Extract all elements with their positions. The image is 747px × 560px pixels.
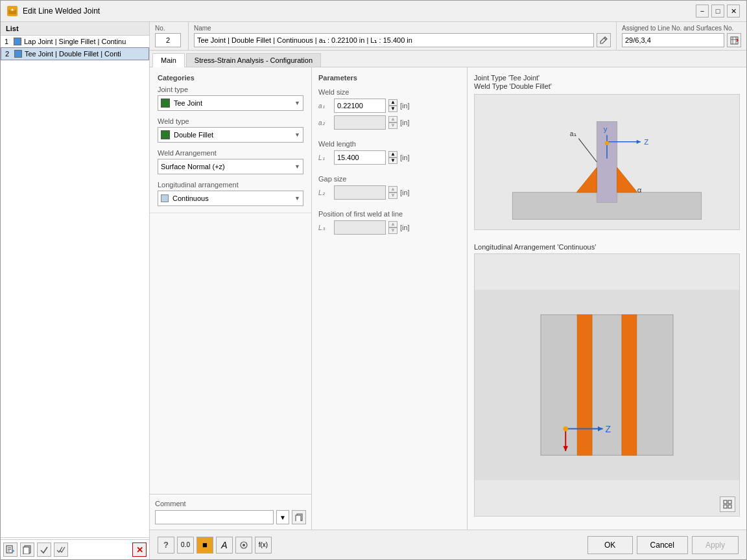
config-bottom [150, 213, 311, 494]
title-controls: − □ ✕ [696, 5, 740, 18]
tab-content: Categories Joint type Tee Joint ▼ Weld t… [150, 67, 746, 530]
l2-row: L₂ ▲ ▼ [in] [318, 185, 460, 200]
main-window: Edit Line Welded Joint − □ ✕ List 1 Lap … [0, 0, 747, 560]
a1-input[interactable] [334, 99, 386, 113]
tab-stress[interactable]: Stress-Strain Analysis - Configuration [186, 53, 321, 67]
a1-row: a₁ ▲ ▼ [in] [318, 99, 460, 113]
a1-down-button[interactable]: ▼ [388, 106, 397, 112]
joint-type-select[interactable]: Tee Joint ▼ [158, 95, 303, 111]
color-icon: ■ [202, 540, 208, 550]
top-fields: No. Name Assigned to Line No. and Surfac… [150, 22, 746, 51]
l3-row: L₃ ▲ ▼ [in] [318, 220, 460, 235]
joint-type-text: Joint Type 'Tee Joint' [474, 74, 740, 82]
name-label: Name [194, 25, 611, 32]
main-panel: No. Name Assigned to Line No. and Surfac… [150, 22, 746, 559]
l1-row: L₁ ▲ ▼ [in] [318, 150, 460, 165]
list-panel: List 1 Lap Joint | Single Fillet | Conti… [1, 22, 150, 559]
copy-item-button[interactable] [20, 542, 34, 557]
gap-size-group: Gap size L₂ ▲ ▼ [in] [318, 175, 460, 202]
a2-down-button: ▼ [388, 122, 397, 129]
l2-spinners: ▲ ▼ [388, 186, 397, 199]
no-input[interactable] [155, 33, 181, 47]
joint-type-color [161, 99, 170, 108]
formula-button[interactable]: f(x) [255, 537, 272, 554]
joint-diagram: Z y a₁ α [474, 94, 740, 230]
weld-length-group: Weld length L₁ ▲ ▼ [in] [318, 140, 460, 167]
edit-name-button[interactable] [597, 33, 611, 47]
name-input[interactable] [194, 33, 594, 47]
list-item[interactable]: 1 Lap Joint | Single Fillet | Continu [1, 36, 149, 47]
maximize-button[interactable]: □ [711, 5, 724, 18]
color-button[interactable]: ■ [196, 537, 213, 554]
comment-copy-button[interactable] [292, 510, 306, 524]
l1-down-button[interactable]: ▼ [388, 158, 397, 164]
cancel-button[interactable]: Cancel [637, 536, 688, 554]
position-label: Position of first weld at line [318, 210, 460, 218]
l2-label: L₂ [318, 189, 331, 196]
weld-type-select[interactable]: Double Fillet ▼ [158, 127, 303, 143]
longitudinal-select[interactable]: Continuous ▼ [158, 191, 303, 206]
categories-title: Categories [158, 74, 303, 82]
comment-area: Comment ▼ [150, 494, 311, 530]
apply-button[interactable]: Apply [692, 536, 739, 554]
delete-button[interactable]: ✕ [132, 542, 147, 557]
svg-point-2 [12, 9, 14, 11]
longitudinal-label: Longitudinal arrangement [158, 181, 303, 189]
a2-spinners: ▲ ▼ [388, 116, 397, 129]
svg-rect-32 [728, 500, 731, 504]
a2-input [334, 115, 386, 130]
delete-icon: ✕ [136, 545, 143, 555]
svg-rect-34 [728, 505, 731, 508]
diagram-options-button[interactable] [720, 496, 735, 512]
help-icon: ? [163, 540, 169, 550]
a2-up-button: ▲ [388, 116, 397, 122]
ok-button[interactable]: OK [587, 536, 633, 554]
view-button[interactable] [235, 537, 252, 554]
l1-unit: [in] [400, 154, 410, 161]
longitudinal-chevron: ▼ [294, 195, 300, 202]
l1-input[interactable] [334, 150, 386, 165]
l1-label: L₁ [318, 154, 331, 161]
bottom-actions: OK Cancel Apply [587, 536, 739, 554]
comment-dropdown-button[interactable]: ▼ [276, 510, 289, 524]
comment-input[interactable] [155, 510, 274, 524]
no-field: No. [150, 22, 189, 50]
weld-arr-value: Surface Normal (+z) [161, 163, 225, 170]
a1-up-button[interactable]: ▲ [388, 99, 397, 106]
svg-line-28 [578, 139, 597, 162]
font-icon: A [221, 540, 227, 550]
svg-marker-20 [576, 167, 597, 192]
close-button[interactable]: ✕ [727, 5, 740, 18]
weld-size-label: Weld size [318, 88, 460, 96]
font-button[interactable]: A [216, 537, 233, 554]
weld-arr-inner: Surface Normal (+z) [161, 163, 225, 170]
svg-marker-21 [617, 167, 637, 192]
assigned-input[interactable] [622, 33, 724, 47]
longitudinal-inner: Continuous [161, 194, 209, 202]
list-item-text-selected: Tee Joint | Double Fillet | Conti [25, 50, 121, 58]
content-area: List 1 Lap Joint | Single Fillet | Conti… [1, 22, 746, 559]
view-icon [239, 541, 248, 550]
svg-marker-24 [637, 140, 641, 144]
check-all-button[interactable] [54, 542, 68, 557]
tab-main[interactable]: Main [152, 53, 185, 67]
list-separator [1, 537, 149, 538]
check-button[interactable] [37, 542, 51, 557]
parameters-title: Parameters [318, 74, 460, 82]
diagram-panel: Joint Type 'Tee Joint' Weld Type 'Double… [468, 67, 746, 530]
list-item-color [14, 38, 21, 45]
assigned-pick-button[interactable] [727, 33, 741, 47]
weld-arr-select[interactable]: Surface Normal (+z) ▼ [158, 159, 303, 174]
weld-type-color [161, 130, 170, 139]
units-icon: 0.0 [181, 541, 190, 548]
list-item-selected[interactable]: 2 Tee Joint | Double Fillet | Conti [1, 47, 149, 60]
l2-up-button: ▲ [388, 186, 397, 192]
help-button[interactable]: ? [158, 537, 174, 554]
minimize-button[interactable]: − [696, 5, 709, 18]
l1-up-button[interactable]: ▲ [388, 151, 397, 158]
new-item-button[interactable] [3, 542, 18, 557]
longitudinal-text: Longitudinal Arrangement 'Continuous' [474, 243, 740, 251]
units-button[interactable]: 0.0 [177, 537, 194, 554]
title-bar: Edit Line Welded Joint − □ ✕ [1, 1, 746, 22]
name-field: Name [189, 22, 617, 50]
